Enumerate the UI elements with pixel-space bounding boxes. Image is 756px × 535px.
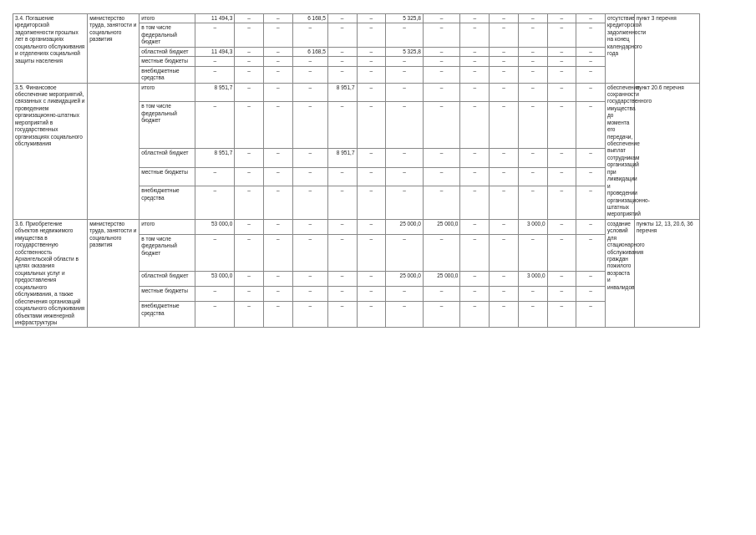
value-cell: – xyxy=(235,23,264,47)
value-cell: – xyxy=(547,83,576,102)
value-cell: – xyxy=(547,23,576,47)
ref-cell: пункты 12, 13, 20.6, 36 перечня xyxy=(634,219,699,328)
value-cell: – xyxy=(327,272,357,287)
source-cell: в том числе федеральный бюджет xyxy=(140,234,195,271)
value-cell: – xyxy=(576,302,606,328)
value-cell: – xyxy=(490,47,519,56)
value-cell: – xyxy=(327,47,357,56)
value-cell: – xyxy=(547,47,576,56)
value-cell: – xyxy=(263,234,292,271)
value-cell: – xyxy=(576,66,606,83)
value-cell: – xyxy=(195,287,235,302)
value-cell: – xyxy=(460,23,490,47)
value-cell: – xyxy=(386,287,424,302)
value-cell: – xyxy=(460,149,490,168)
value-cell: – xyxy=(423,302,460,328)
value-cell: – xyxy=(460,47,490,56)
value-cell: 25 000,0 xyxy=(423,219,460,234)
value-cell: – xyxy=(423,102,460,149)
source-cell: внебюджетные средства xyxy=(140,66,195,83)
value-cell: – xyxy=(235,287,264,302)
responsible-cell xyxy=(88,83,140,219)
value-cell: – xyxy=(518,167,547,186)
value-cell: – xyxy=(460,272,490,287)
value-cell: – xyxy=(460,66,490,83)
value-cell: – xyxy=(518,186,547,219)
value-cell: – xyxy=(327,219,357,234)
value-cell: – xyxy=(327,102,357,149)
source-cell: итого xyxy=(140,14,195,23)
description-cell: 3.4. Погашение кредиторской задолженност… xyxy=(13,14,88,84)
note-cell: отсутствие кредиторской задолженности на… xyxy=(605,14,634,84)
value-cell: – xyxy=(547,219,576,234)
value-cell: – xyxy=(292,102,327,149)
value-cell: – xyxy=(195,302,235,328)
value-cell: – xyxy=(327,23,357,47)
value-cell: – xyxy=(235,186,264,219)
value-cell: – xyxy=(386,167,424,186)
value-cell: – xyxy=(518,102,547,149)
value-cell: – xyxy=(357,83,386,102)
value-cell: – xyxy=(490,219,519,234)
source-cell: внебюджетные средства xyxy=(140,302,195,328)
value-cell: 6 168,5 xyxy=(292,47,327,56)
value-cell: – xyxy=(386,186,424,219)
value-cell: – xyxy=(235,234,264,271)
value-cell: – xyxy=(576,149,606,168)
value-cell: – xyxy=(292,186,327,219)
value-cell: – xyxy=(490,167,519,186)
value-cell: – xyxy=(490,272,519,287)
value-cell: – xyxy=(490,287,519,302)
value-cell: – xyxy=(263,167,292,186)
value-cell: – xyxy=(235,167,264,186)
value-cell: – xyxy=(235,57,264,66)
value-cell: – xyxy=(357,167,386,186)
value-cell: – xyxy=(195,23,235,47)
value-cell: – xyxy=(327,167,357,186)
value-cell: – xyxy=(460,102,490,149)
value-cell: – xyxy=(292,57,327,66)
value-cell: – xyxy=(386,83,424,102)
value-cell: – xyxy=(235,102,264,149)
value-cell: 3 000,0 xyxy=(518,219,547,234)
value-cell: – xyxy=(357,66,386,83)
value-cell: – xyxy=(292,272,327,287)
value-cell: – xyxy=(235,83,264,102)
value-cell: 25 000,0 xyxy=(423,272,460,287)
value-cell: – xyxy=(460,302,490,328)
value-cell: – xyxy=(547,186,576,219)
value-cell: – xyxy=(235,66,264,83)
value-cell: – xyxy=(263,83,292,102)
value-cell: – xyxy=(423,83,460,102)
value-cell: – xyxy=(490,23,519,47)
value-cell: 8 951,7 xyxy=(195,83,235,102)
value-cell: – xyxy=(357,57,386,66)
value-cell: – xyxy=(292,287,327,302)
value-cell: – xyxy=(327,14,357,23)
value-cell: – xyxy=(576,219,606,234)
value-cell: – xyxy=(235,272,264,287)
value-cell: – xyxy=(547,272,576,287)
ref-cell: пункт 3 перечня xyxy=(634,14,699,84)
value-cell: – xyxy=(576,186,606,219)
note-cell: создание условий для стационарного обслу… xyxy=(605,219,634,328)
value-cell: – xyxy=(292,219,327,234)
value-cell: – xyxy=(195,66,235,83)
value-cell: – xyxy=(357,287,386,302)
value-cell: – xyxy=(518,47,547,56)
value-cell: – xyxy=(357,234,386,271)
value-cell: – xyxy=(547,149,576,168)
value-cell: – xyxy=(576,234,606,271)
value-cell: – xyxy=(386,149,424,168)
value-cell: – xyxy=(357,149,386,168)
page: 3.4. Погашение кредиторской задолженност… xyxy=(0,0,756,535)
value-cell: – xyxy=(547,57,576,66)
value-cell: – xyxy=(327,66,357,83)
value-cell: – xyxy=(576,14,606,23)
responsible-cell: министерство труда, занятости и социальн… xyxy=(88,219,140,328)
value-cell: – xyxy=(490,302,519,328)
value-cell: – xyxy=(518,57,547,66)
value-cell: – xyxy=(460,234,490,271)
value-cell: – xyxy=(547,14,576,23)
value-cell: – xyxy=(490,66,519,83)
